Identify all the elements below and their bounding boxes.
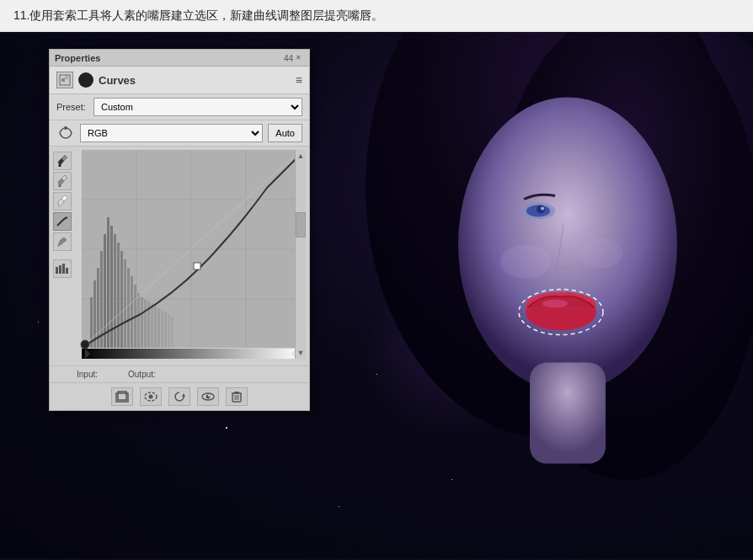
svg-rect-52 — [154, 306, 157, 348]
curve-tool[interactable] — [53, 212, 72, 231]
svg-rect-16 — [61, 78, 65, 82]
rgb-row: RGB Auto — [50, 120, 309, 147]
output-value — [163, 370, 179, 379]
svg-rect-34 — [93, 280, 96, 348]
curves-title: Curves — [99, 74, 136, 87]
svg-rect-25 — [66, 268, 68, 274]
panel-title-row: Curves — [56, 72, 136, 88]
auto-button[interactable]: Auto — [268, 124, 302, 142]
svg-rect-43 — [124, 259, 126, 348]
properties-panel: Properties 44 ✕ C — [49, 49, 310, 411]
adjustment-icon — [56, 72, 73, 88]
svg-rect-24 — [62, 264, 65, 274]
input-value — [104, 370, 121, 379]
svg-point-73 — [208, 395, 210, 397]
svg-rect-22 — [56, 267, 58, 274]
panel-menu-icon[interactable]: ≡ — [296, 73, 302, 87]
instruction-bar: 11.使用套索工具将人素的嘴唇建立选区，新建曲线调整图层提亮嘴唇。 — [0, 0, 753, 32]
svg-rect-41 — [117, 243, 120, 348]
preset-row: Preset: Custom — [50, 94, 309, 120]
svg-rect-40 — [114, 234, 116, 348]
svg-point-14 — [580, 238, 622, 269]
svg-rect-38 — [107, 217, 109, 348]
histogram-tool[interactable] — [53, 259, 72, 278]
page-wrapper: 11.使用套索工具将人素的嘴唇建立选区，新建曲线调整图层提亮嘴唇。 — [0, 0, 753, 560]
rgb-channel-select[interactable]: RGB — [80, 124, 263, 142]
instruction-text: 11.使用套索工具将人素的嘴唇建立选区，新建曲线调整图层提亮嘴唇。 — [13, 8, 383, 22]
svg-rect-42 — [120, 251, 123, 348]
preset-label: Preset: — [56, 102, 88, 112]
input-output-row: Input: Output: — [50, 365, 309, 382]
panel-scrollbar[interactable]: ▲ ▼ — [295, 150, 306, 359]
main-area: Properties 44 ✕ C — [0, 32, 753, 558]
svg-point-13 — [500, 245, 551, 279]
svg-rect-4 — [530, 363, 606, 464]
svg-rect-44 — [127, 268, 130, 348]
svg-rect-45 — [131, 276, 133, 348]
bottom-toolbar — [50, 382, 309, 410]
svg-rect-51 — [151, 303, 153, 348]
svg-rect-59 — [194, 263, 200, 269]
svg-rect-35 — [97, 268, 99, 348]
layer-mask-icon — [78, 72, 93, 88]
svg-rect-36 — [100, 251, 103, 348]
curves-graph-svg — [77, 150, 306, 359]
curves-container: ▲ ▼ — [50, 147, 309, 365]
panel-titlebar: Properties 44 ✕ — [50, 50, 309, 67]
pencil-tool[interactable] — [53, 232, 72, 251]
svg-point-69 — [149, 395, 153, 399]
eyedropper-white-tool[interactable] — [53, 192, 72, 211]
delete-button[interactable] — [226, 387, 248, 406]
svg-rect-23 — [59, 265, 61, 274]
svg-point-72 — [206, 395, 211, 399]
svg-rect-55 — [164, 312, 167, 348]
input-label: Input: — [77, 370, 98, 379]
svg-rect-47 — [137, 293, 140, 348]
svg-rect-56 — [168, 314, 170, 348]
svg-rect-48 — [141, 297, 143, 348]
reset-button[interactable] — [168, 387, 190, 406]
svg-point-11 — [542, 300, 568, 308]
curves-graph-wrapper: ▲ ▼ — [77, 150, 306, 362]
svg-rect-37 — [104, 234, 106, 348]
tools-sidebar — [53, 150, 73, 362]
svg-point-61 — [81, 340, 89, 349]
svg-rect-63 — [82, 349, 301, 359]
clip-to-layer-button[interactable] — [111, 387, 133, 406]
svg-rect-49 — [144, 300, 147, 348]
collapse-button[interactable]: 44 — [284, 54, 292, 62]
output-label: Output: — [128, 370, 156, 379]
svg-point-8 — [541, 207, 544, 211]
svg-rect-57 — [171, 317, 174, 348]
svg-rect-17 — [65, 76, 68, 79]
close-button[interactable]: ✕ — [296, 54, 304, 62]
panel-header: Curves ≡ — [50, 67, 309, 94]
svg-point-18 — [64, 126, 67, 130]
eyedropper-gray-tool[interactable] — [53, 172, 72, 190]
visibility-button[interactable] — [197, 387, 219, 406]
preset-select[interactable]: Custom — [93, 98, 302, 116]
svg-point-3 — [458, 98, 677, 392]
view-previous-button[interactable] — [140, 387, 162, 406]
svg-marker-70 — [182, 393, 185, 397]
svg-rect-54 — [161, 310, 163, 348]
titlebar-title: Properties — [55, 53, 100, 63]
eyedropper-black-tool[interactable] — [53, 152, 72, 170]
svg-rect-53 — [158, 308, 160, 348]
titlebar-controls: 44 ✕ — [284, 54, 304, 62]
face-svg — [315, 32, 753, 558]
auto-icon — [56, 125, 75, 141]
